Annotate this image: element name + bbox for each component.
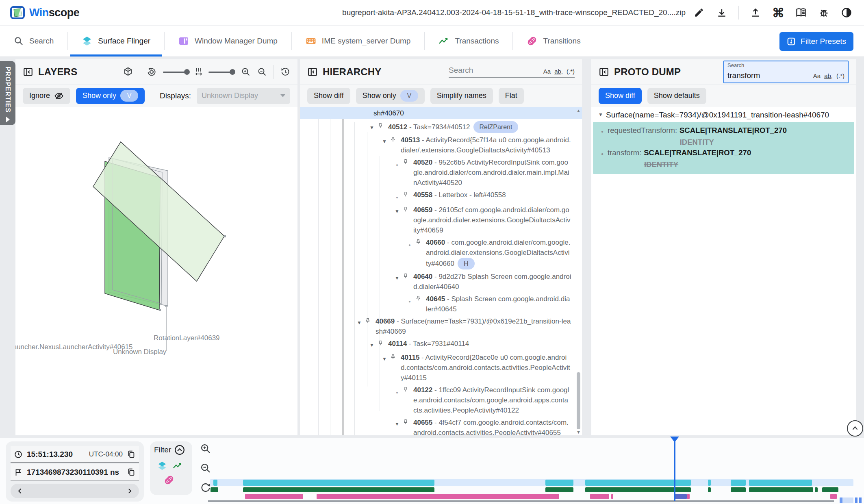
rotation-slider[interactable]: [163, 69, 189, 75]
surface-flinger-segment[interactable]: [545, 480, 573, 486]
tab-transactions[interactable]: Transactions: [425, 26, 512, 56]
pin-icon[interactable]: [415, 237, 426, 245]
surface-flinger-segment[interactable]: [213, 480, 217, 486]
property-row[interactable]: ●transform:SCALE|TRANSLATE|ROT_270: [597, 148, 850, 159]
collapse-panel-icon[interactable]: [307, 67, 318, 77]
transactions-segment[interactable]: [731, 487, 746, 492]
pin-icon[interactable]: [402, 205, 413, 213]
regex-icon[interactable]: (.*): [836, 72, 844, 79]
show-only-chip[interactable]: Show only V: [356, 88, 425, 104]
tree-node[interactable]: ▼ 40115 - ActivityRecord{20ace0e u0 com.…: [300, 352, 582, 383]
transitions-segment[interactable]: [687, 494, 690, 499]
tree-node[interactable]: ▼ 40659 - 26105cf com.google.android.dia…: [300, 205, 582, 235]
expander-icon[interactable]: ▼: [595, 111, 606, 117]
zoom-out-icon[interactable]: [257, 67, 267, 77]
selected-node-wrap-line[interactable]: sh#40670: [300, 107, 582, 119]
timeline-range-track[interactable]: [842, 497, 853, 503]
layer-label-display[interactable]: Unknown Display: [113, 348, 166, 356]
scrollbar-thumb[interactable]: [577, 372, 580, 429]
pin-icon[interactable]: [365, 316, 376, 324]
tree-node[interactable]: ▼ 40669 - Surface(name=Task=7931)/@0x619…: [300, 316, 582, 337]
spacing-slider[interactable]: [208, 69, 234, 75]
documentation-icon[interactable]: [795, 7, 807, 19]
download-icon[interactable]: [716, 7, 728, 19]
show-diff-chip[interactable]: Show diff: [307, 88, 350, 104]
property-row[interactable]: ●requestedTransform:SCALE|TRANSLATE|ROT_…: [597, 125, 850, 137]
tree-node[interactable]: ● 40520 - 952c6b5 ActivityRecordInputSin…: [300, 157, 582, 188]
displays-dropdown[interactable]: Unknown Display: [197, 88, 290, 104]
ignore-chip[interactable]: Ignore: [23, 88, 70, 104]
transactions-segment[interactable]: [243, 487, 434, 492]
transactions-segment[interactable]: [211, 487, 218, 492]
expander-icon[interactable]: ▼: [392, 205, 402, 217]
transitions-segment[interactable]: [317, 494, 559, 499]
timeline-range-handle[interactable]: [840, 497, 842, 503]
scroll-up-icon[interactable]: ▲: [576, 108, 581, 113]
tree-node[interactable]: ▼ 40655 - 4f54cf7 com.google.android.con…: [300, 417, 582, 435]
expander-icon[interactable]: ▼: [367, 339, 377, 350]
dark-mode-icon[interactable]: [840, 7, 853, 19]
tree-node[interactable]: ● 40122 - 1ffcc09 ActivityRecordInputSin…: [300, 385, 582, 415]
tree-node[interactable]: ● 40645 - Splash Screen com.google.andro…: [300, 294, 582, 314]
surface-flinger-segment[interactable]: [708, 480, 711, 486]
transitions-segment[interactable]: [590, 494, 609, 499]
expander-icon[interactable]: ▼: [379, 135, 390, 147]
layers-3d-view[interactable]: RotationLayer#40639 exuslauncher.NexusLa…: [15, 107, 297, 435]
tree-node[interactable]: ● 40660 - com.google.android.dialer/com.…: [300, 237, 582, 269]
tree-node[interactable]: ▼ 40513 - ActivityRecord{5c7f14a u0 com.…: [300, 135, 582, 155]
pin-icon[interactable]: [415, 294, 426, 302]
transitions-selected-segment[interactable]: [675, 494, 687, 499]
timeline-range-handle[interactable]: [855, 497, 857, 503]
pin-icon[interactable]: [377, 121, 388, 129]
expander-icon[interactable]: ▼: [379, 352, 390, 364]
reset-view-icon[interactable]: [280, 67, 290, 77]
match-word-icon[interactable]: ab,: [824, 72, 833, 79]
timeline-canvas[interactable]: [0, 438, 864, 504]
surface-flinger-segment[interactable]: [243, 480, 434, 486]
pin-icon[interactable]: [402, 190, 413, 198]
regex-icon[interactable]: (.*): [567, 68, 575, 75]
transactions-segment[interactable]: [545, 487, 573, 492]
hierarchy-search-input[interactable]: Search Aa ab, (.*): [449, 66, 575, 78]
expander-icon[interactable]: ▼: [367, 121, 377, 133]
proto-search-input[interactable]: Search transform Aa ab, (.*): [723, 61, 849, 83]
show-defaults-chip[interactable]: Show defaults: [647, 88, 706, 104]
transactions-segment[interactable]: [815, 487, 818, 492]
properties-collapsed-tab[interactable]: PROPERTIES: [0, 61, 15, 125]
upload-icon[interactable]: [749, 7, 762, 19]
tab-surface-flinger[interactable]: Surface Flinger: [68, 26, 164, 56]
transactions-segment[interactable]: [708, 487, 711, 492]
pin-icon[interactable]: [377, 339, 388, 346]
match-case-icon[interactable]: Aa: [813, 72, 821, 79]
hierarchy-scrollbar[interactable]: ▲ ▼: [575, 108, 581, 434]
transitions-segment[interactable]: [245, 494, 303, 499]
collapse-panel-icon[interactable]: [599, 67, 609, 77]
cube-icon[interactable]: [123, 67, 133, 77]
show-diff-chip[interactable]: Show diff: [599, 88, 642, 104]
tab-window-manager[interactable]: Window Manager Dump: [165, 26, 291, 56]
zoom-in-icon[interactable]: [241, 67, 251, 77]
filter-presets-button[interactable]: Filter Presets: [779, 32, 853, 51]
surface-flinger-segment[interactable]: [749, 480, 812, 486]
pin-icon[interactable]: [402, 272, 413, 279]
rotate-3d-icon[interactable]: [147, 67, 156, 77]
collapse-panel-icon[interactable]: [23, 67, 33, 77]
tree-node[interactable]: ▼ 40114 - Task=7931#40114: [300, 339, 582, 350]
collapse-timeline-button[interactable]: [847, 420, 863, 437]
tab-transitions[interactable]: Transitions: [513, 26, 594, 56]
expander-icon[interactable]: ▼: [392, 417, 402, 429]
transactions-segment[interactable]: [822, 487, 838, 492]
tab-search[interactable]: Search: [0, 26, 67, 56]
pin-icon[interactable]: [402, 385, 413, 393]
timeline-cursor-line[interactable]: [674, 441, 675, 501]
shortcuts-icon[interactable]: ⌘: [772, 7, 784, 19]
expander-icon[interactable]: ▼: [392, 272, 402, 283]
flat-chip[interactable]: Flat: [499, 88, 524, 104]
expander-icon[interactable]: ▼: [354, 316, 365, 328]
timeline-range-handle[interactable]: [859, 497, 862, 503]
scroll-down-icon[interactable]: ▼: [576, 430, 581, 434]
layer-label-rotation[interactable]: RotationLayer#40639: [154, 334, 220, 342]
tree-node[interactable]: ● 40558 - Letterbox - left#40558: [300, 190, 582, 203]
pin-icon[interactable]: [390, 135, 401, 143]
edit-icon[interactable]: [693, 7, 705, 19]
